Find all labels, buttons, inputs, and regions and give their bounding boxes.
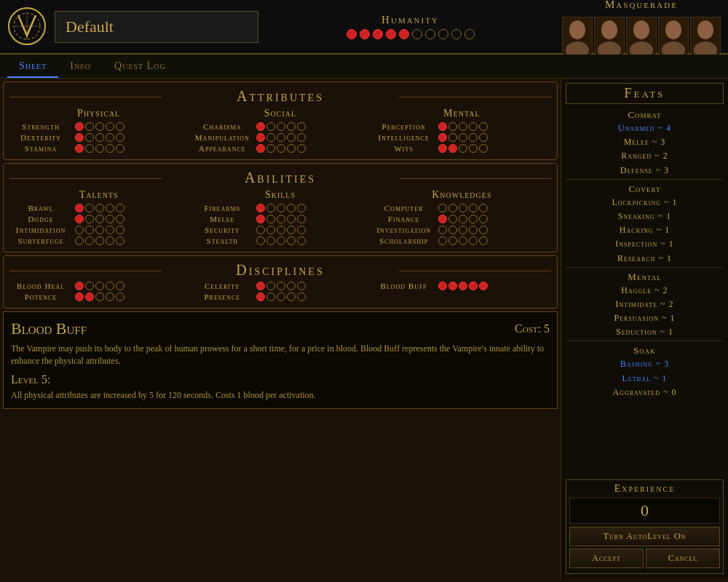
feat-lethal[interactable]: Lethal ~ 1 xyxy=(566,372,724,386)
perception-label: Perception xyxy=(371,122,437,131)
feat-category-mental: Mental xyxy=(566,271,724,283)
svg-point-5 xyxy=(569,20,585,39)
feat-bashing[interactable]: Bashing ~ 3 xyxy=(566,357,724,371)
stealth-row: Stealth xyxy=(189,236,371,245)
blood-heal-row: Blood Heal xyxy=(8,282,189,290)
scholarship-label: Scholarship xyxy=(371,236,437,245)
strength-dot-2[interactable] xyxy=(85,122,94,131)
humanity-dot-5[interactable] xyxy=(399,29,409,39)
disciplines-section: Disciplines Blood Heal Po xyxy=(3,255,558,308)
humanity-dot-8[interactable] xyxy=(438,29,448,39)
tab-sheet[interactable]: Sheet xyxy=(7,57,58,78)
info-title-row: Blood Buff Cost: 5 xyxy=(11,319,550,338)
feat-research[interactable]: Research ~ 1 xyxy=(566,252,724,266)
computer-label: Computer xyxy=(371,204,437,212)
strength-dot-1[interactable] xyxy=(75,122,84,131)
info-title-text: Blood Buff xyxy=(11,319,87,338)
intimidation-row: Intimidation xyxy=(8,226,189,234)
feat-lockpicking[interactable]: Lockpicking ~ 1 xyxy=(566,196,724,210)
humanity-dot-10[interactable] xyxy=(464,29,475,39)
svg-point-13 xyxy=(633,20,649,39)
info-description: The Vampire may push its body to the pea… xyxy=(11,343,550,367)
cancel-button[interactable]: Cancel xyxy=(646,549,720,568)
feat-intimidate[interactable]: Intimidate ~ 2 xyxy=(566,298,724,311)
knowledges-column: Knowledges Computer Finance xyxy=(371,189,553,247)
dexterity-dots[interactable] xyxy=(75,133,124,142)
experience-header: Experience xyxy=(569,483,720,495)
skills-column: Skills Firearms Melee xyxy=(189,189,371,247)
masquerade-face-1[interactable] xyxy=(562,17,593,55)
character-name-input[interactable] xyxy=(55,11,258,43)
presence-row: Presence xyxy=(189,292,371,301)
appearance-row: Appearance xyxy=(189,144,371,153)
svg-point-17 xyxy=(665,20,681,39)
feat-defense[interactable]: Defense ~ 3 xyxy=(566,164,724,178)
abilities-header: Abilities xyxy=(8,170,553,186)
potence-label: Potence xyxy=(8,292,74,301)
masquerade-section: Masquerade xyxy=(562,0,721,55)
masquerade-face-3[interactable] xyxy=(626,17,657,55)
humanity-dot-1[interactable] xyxy=(347,29,357,39)
masquerade-label: Masquerade xyxy=(605,0,678,11)
autolevel-button[interactable]: Turn AutoLevel On xyxy=(569,527,720,546)
knowledges-header: Knowledges xyxy=(371,189,553,201)
appearance-label: Appearance xyxy=(189,144,255,153)
nav-tabs: Sheet Info Quest Log xyxy=(0,55,728,79)
investigation-label: Investigation xyxy=(371,226,437,234)
stamina-dots[interactable] xyxy=(75,144,124,153)
feat-persuasion[interactable]: Persuasion ~ 1 xyxy=(566,311,724,325)
presence-label: Presence xyxy=(189,292,255,301)
charisma-row: Charisma xyxy=(189,122,371,131)
feat-melee[interactable]: Melee ~ 3 xyxy=(566,135,724,149)
feat-ranged[interactable]: Ranged ~ 2 xyxy=(566,149,724,163)
talents-column: Talents Brawl Dodge xyxy=(8,189,189,247)
feat-aggravated[interactable]: Aggravated ~ 0 xyxy=(566,386,724,399)
melee-label: Melee xyxy=(189,215,255,223)
feat-hacking[interactable]: Hacking ~ 1 xyxy=(566,223,724,237)
strength-dot-4[interactable] xyxy=(106,122,114,131)
humanity-dot-4[interactable] xyxy=(386,29,396,39)
celerity-label: Celerity xyxy=(189,282,255,290)
feat-category-covert: Covert xyxy=(566,183,724,195)
masquerade-face-5[interactable] xyxy=(690,17,721,55)
tab-info[interactable]: Info xyxy=(58,57,103,78)
humanity-dot-7[interactable] xyxy=(425,29,435,39)
stamina-row: Stamina xyxy=(8,144,189,153)
intimidation-label: Intimidation xyxy=(8,226,74,234)
logo-icon xyxy=(7,7,47,47)
masquerade-face-2[interactable] xyxy=(594,17,625,55)
main-content: Attributes Physical Strength xyxy=(0,79,728,578)
info-level-text: All physical attributes are increased by… xyxy=(11,389,550,402)
feat-seduction[interactable]: Seduction ~ 1 xyxy=(566,325,724,339)
subterfuge-label: Subterfuge xyxy=(8,236,74,245)
accept-button[interactable]: Accept xyxy=(569,549,644,568)
strength-dot-5[interactable] xyxy=(116,122,124,131)
feat-unarmed[interactable]: Unarmed ~ 4 xyxy=(566,121,724,135)
humanity-dot-6[interactable] xyxy=(412,29,422,39)
security-label: Security xyxy=(189,226,255,234)
social-header: Social xyxy=(189,108,371,119)
feat-haggle[interactable]: Haggle ~ 2 xyxy=(566,284,724,298)
attributes-columns: Physical Strength Dexterity xyxy=(8,108,553,155)
finance-row: Finance xyxy=(371,215,553,223)
firearms-row: Firearms xyxy=(189,204,371,212)
feats-header: Feats xyxy=(566,83,724,104)
feat-inspection[interactable]: Inspection ~ 1 xyxy=(566,237,724,251)
humanity-dot-3[interactable] xyxy=(373,29,383,39)
humanity-dots xyxy=(347,29,475,39)
humanity-dot-9[interactable] xyxy=(451,29,462,39)
header: Humanity Masquerade xyxy=(0,0,728,55)
potence-row: Potence xyxy=(8,292,189,301)
humanity-dot-2[interactable] xyxy=(360,29,370,39)
manipulation-label: Manipulation xyxy=(189,133,255,142)
blood-heal-label: Blood Heal xyxy=(8,282,74,290)
feat-sneaking[interactable]: Sneaking ~ 1 xyxy=(566,210,724,223)
strength-dot-3[interactable] xyxy=(95,122,104,131)
experience-section: Experience 0 Turn AutoLevel On Accept Ca… xyxy=(566,479,724,574)
manipulation-row: Manipulation xyxy=(189,133,371,142)
masquerade-face-4[interactable] xyxy=(658,17,689,55)
perception-row: Perception xyxy=(371,122,553,131)
mental-column: Mental Perception Intelligence xyxy=(371,108,553,155)
strength-dots[interactable] xyxy=(75,122,124,131)
tab-quest-log[interactable]: Quest Log xyxy=(103,57,178,78)
